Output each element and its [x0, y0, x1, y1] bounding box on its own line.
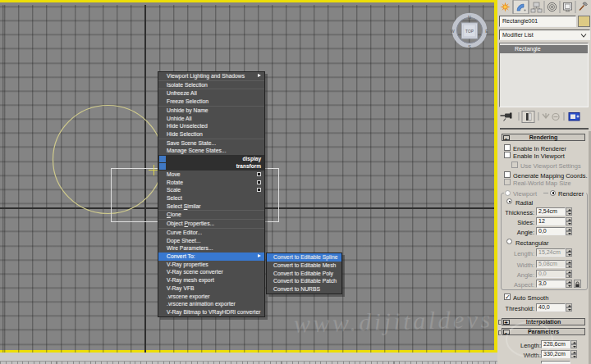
svg-text:W: W — [450, 29, 455, 34]
svg-text:E: E — [485, 29, 488, 34]
svg-text:N: N — [468, 15, 471, 20]
svg-text:TOP: TOP — [465, 30, 474, 34]
svg-text:S: S — [468, 44, 471, 49]
